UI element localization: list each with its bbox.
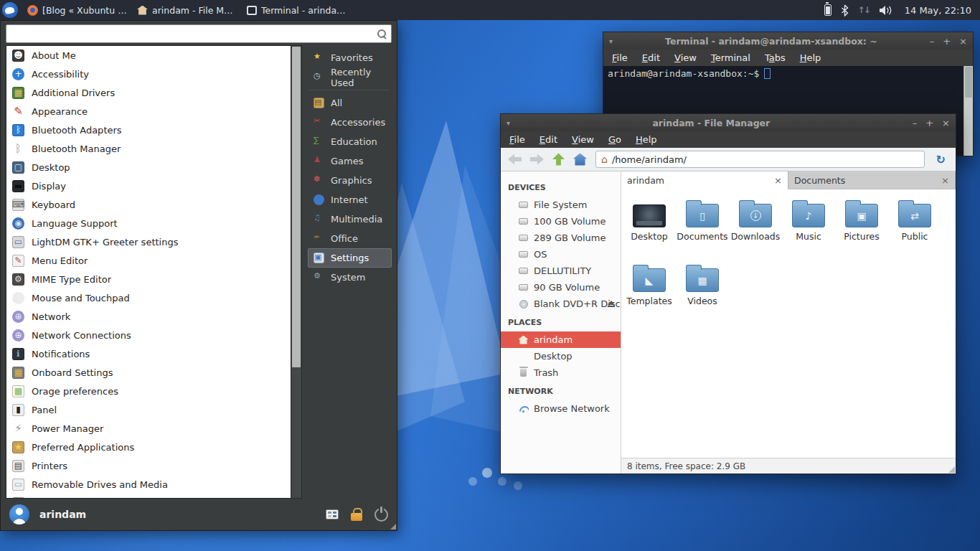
menu-go[interactable]: Go <box>608 134 621 145</box>
app-item[interactable]: ⌨Keyboard <box>6 195 291 214</box>
category-games[interactable]: ♟Games <box>308 151 392 171</box>
app-item[interactable]: ᛒBluetooth Adapters <box>6 121 291 139</box>
app-item[interactable]: ▦Orage preferences <box>6 382 291 400</box>
category-office[interactable]: ✒Office <box>308 229 392 248</box>
bluetooth-icon[interactable] <box>841 4 849 17</box>
app-item[interactable]: ☻About Me <box>6 46 291 65</box>
avatar[interactable] <box>9 504 29 524</box>
category-accessories[interactable]: ✂Accessories <box>308 113 392 132</box>
app-item[interactable]: ▮Panel <box>6 400 291 419</box>
eject-icon[interactable] <box>608 301 615 308</box>
tab-documents[interactable]: Documents× <box>788 171 956 189</box>
menu-help[interactable]: Help <box>800 52 821 63</box>
menu-view[interactable]: View <box>674 52 697 63</box>
file-documents[interactable]: ▯Documents <box>676 198 729 257</box>
whisker-menu-button[interactable] <box>0 0 20 20</box>
task-button-terminal[interactable]: Terminal - arindam@arinda... <box>242 0 352 20</box>
sidebar-item-dellutility[interactable]: DELLUTILITY <box>501 263 621 279</box>
back-button[interactable] <box>508 154 522 165</box>
lock-screen-button[interactable] <box>351 513 362 521</box>
category-education[interactable]: ∑Education <box>308 132 392 151</box>
minimize-icon[interactable]: – <box>930 36 935 47</box>
app-item[interactable]: ℹNotifications <box>6 344 291 363</box>
sidebar-item-desktop[interactable]: Desktop <box>501 348 621 364</box>
file-music[interactable]: ♪Music <box>782 198 835 257</box>
sidebar-item-blank-dvd+r-disc[interactable]: Blank DVD+R Disc <box>501 296 621 312</box>
app-item[interactable]: ✎Menu Editor <box>6 251 291 270</box>
panel-clock[interactable]: 14 May, 22:10 <box>905 5 971 16</box>
menu-edit[interactable]: Edit <box>642 52 660 63</box>
app-item[interactable]: ⊕Network Connections <box>6 326 291 344</box>
maximize-icon[interactable]: + <box>943 36 951 47</box>
category-system[interactable]: ⚙System <box>308 268 392 287</box>
file-pictures[interactable]: ▣Pictures <box>835 198 888 257</box>
menu-file[interactable]: File <box>612 52 628 63</box>
sidebar-item-90-gb-volume[interactable]: 90 GB Volume <box>501 279 621 296</box>
path-bar[interactable]: ⌂ /home/arindam/ <box>595 151 925 168</box>
category-all[interactable]: ▤All <box>308 93 392 113</box>
search-input[interactable] <box>11 29 377 39</box>
resize-grip[interactable] <box>948 466 955 473</box>
search-box[interactable] <box>6 24 392 43</box>
sidebar-item-100-gb-volume[interactable]: 100 GB Volume <box>501 213 621 230</box>
maximize-icon[interactable]: + <box>925 118 933 128</box>
network-arrows-icon[interactable]: ↑↓ <box>858 5 870 15</box>
app-item[interactable]: ▬Display <box>6 176 291 195</box>
menu-view[interactable]: View <box>572 134 594 145</box>
app-item[interactable]: ▦Onboard Settings <box>6 363 291 382</box>
all-settings-button[interactable] <box>326 509 339 519</box>
task-button-firefox[interactable]: [Blog « Xubuntu - Mozilla Fire... <box>23 0 133 20</box>
app-item[interactable]: ▦Additional Drivers <box>6 83 291 102</box>
sidebar-item-arindam[interactable]: arindam <box>501 331 621 348</box>
sidebar-item-289-gb-volume[interactable]: 289 GB Volume <box>501 230 621 246</box>
app-item[interactable]: ✎Appearance <box>6 102 291 121</box>
file-templates[interactable]: ◣Templates <box>623 263 676 321</box>
up-button[interactable] <box>552 154 565 166</box>
category-graphics[interactable]: ✽Graphics <box>308 171 392 190</box>
whisker-resize-grip[interactable] <box>390 524 396 529</box>
volume-icon[interactable] <box>879 5 892 16</box>
menu-tabs[interactable]: Tabs <box>765 52 786 63</box>
fm-titlebar[interactable]: ▾ arindam - File Manager – + × <box>501 114 956 131</box>
minimize-icon[interactable]: – <box>913 118 918 128</box>
category-multimedia[interactable]: ♫Multimedia <box>308 209 392 229</box>
app-item[interactable] <box>6 494 291 499</box>
app-item[interactable]: ⚡Power Manager <box>6 419 291 438</box>
fm-fileview[interactable]: Desktop▯Documents↓Downloads♪Music▣Pictur… <box>621 189 956 458</box>
category-favorites[interactable]: ★Favorites <box>308 48 392 67</box>
close-icon[interactable]: × <box>959 36 967 47</box>
app-item[interactable]: ★Preferred Applications <box>6 438 291 456</box>
app-list-scrollbar[interactable] <box>291 45 302 499</box>
menu-file[interactable]: File <box>509 134 525 145</box>
terminal-scrollbar[interactable] <box>963 66 973 156</box>
file-public[interactable]: ⇄Public <box>888 198 941 257</box>
file-downloads[interactable]: ↓Downloads <box>729 198 782 257</box>
file-videos[interactable]: ▦Videos <box>676 263 729 321</box>
app-item[interactable]: ▭Removable Drives and Media <box>6 475 291 494</box>
category-recently-used[interactable]: ◷Recently Used <box>308 67 392 87</box>
app-item[interactable]: ⊕Network <box>6 307 291 326</box>
file-desktop[interactable]: Desktop <box>623 198 676 257</box>
task-button-home[interactable]: arindam - File Manager <box>133 0 242 20</box>
menu-terminal[interactable]: Terminal <box>711 52 750 63</box>
reload-button[interactable]: ↻ <box>933 153 948 166</box>
battery-icon[interactable] <box>824 4 831 16</box>
category-settings[interactable]: ▣Settings <box>308 248 392 268</box>
app-item[interactable]: ▭LightDM GTK+ Greeter settings <box>6 232 291 251</box>
sidebar-item-os[interactable]: OS <box>501 246 621 263</box>
home-button[interactable] <box>573 154 587 166</box>
category-internet[interactable]: Internet <box>308 190 392 209</box>
logout-button[interactable] <box>374 508 388 522</box>
app-item[interactable]: ▢Desktop <box>6 158 291 176</box>
file-manager-window[interactable]: ▾ arindam - File Manager – + × FileEditV… <box>500 113 956 474</box>
sidebar-item-file-system[interactable]: File System <box>501 197 621 213</box>
app-item[interactable]: ▤Printers <box>6 456 291 475</box>
tab-close-icon[interactable]: × <box>774 175 782 186</box>
tab-close-icon[interactable]: × <box>941 175 949 186</box>
sidebar-item-browse-network[interactable]: Browse Network <box>501 400 621 417</box>
app-item[interactable]: ᛒBluetooth Manager <box>6 139 291 158</box>
app-item[interactable]: ◉Language Support <box>6 214 291 232</box>
close-icon[interactable]: × <box>942 118 950 128</box>
app-item[interactable]: +Accessibility <box>6 65 291 83</box>
menu-help[interactable]: Help <box>636 134 657 145</box>
